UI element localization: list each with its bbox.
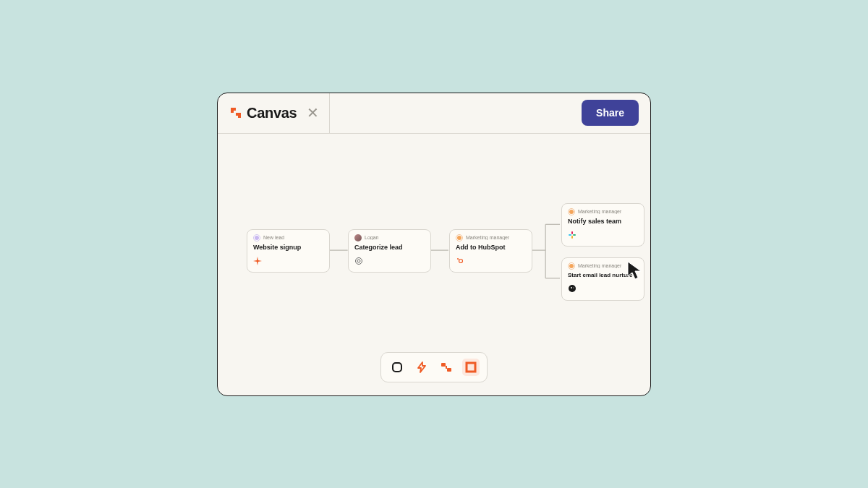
avatar-icon [253, 234, 260, 241]
zapier-icon [253, 257, 262, 265]
svg-rect-12 [393, 363, 401, 372]
tool-bolt[interactable] [413, 359, 430, 376]
hubspot-icon [456, 257, 464, 265]
svg-rect-16 [467, 363, 475, 372]
app-window: Canvas ✕ Share New lead Website signup [217, 93, 651, 396]
node-title: Add to HubSpot [456, 244, 526, 251]
node-role: Marketing manager [578, 209, 621, 214]
app-name: Canvas [247, 105, 297, 121]
tool-flow[interactable] [438, 359, 455, 376]
avatar-icon [568, 262, 575, 270]
close-icon[interactable]: ✕ [307, 106, 319, 120]
node-title: Notify sales team [568, 218, 638, 225]
workflow-node[interactable]: Logan Categorize lead [348, 229, 431, 273]
svg-rect-14 [447, 368, 451, 372]
svg-point-10 [571, 287, 572, 288]
mailchimp-icon [568, 284, 576, 293]
svg-rect-6 [569, 234, 571, 236]
openai-icon [354, 257, 363, 265]
node-role: Marketing manager [466, 235, 509, 240]
share-button[interactable]: Share [582, 100, 639, 126]
tool-toolbar [380, 352, 488, 382]
workflow-node[interactable]: Marketing manager Add to HubSpot [449, 229, 532, 273]
node-role: New lead [263, 235, 284, 240]
svg-point-0 [356, 257, 362, 264]
tool-frame[interactable] [462, 359, 480, 376]
workflow-node[interactable]: New lead Website signup [247, 229, 330, 273]
node-role: Marketing manager [578, 263, 621, 268]
svg-rect-7 [571, 236, 573, 239]
svg-rect-8 [573, 234, 576, 236]
divider [329, 93, 330, 133]
slack-icon [568, 231, 576, 239]
svg-point-9 [569, 285, 576, 292]
app-logo: Canvas [229, 105, 297, 121]
node-role: Logan [365, 235, 378, 240]
workflow-node[interactable]: Marketing manager Notify sales team [561, 203, 644, 247]
avatar-icon [354, 234, 362, 241]
titlebar: Canvas ✕ Share [218, 93, 650, 134]
workflow-node[interactable]: Marketing manager Start email lead nurtu… [561, 257, 644, 301]
tool-square[interactable] [388, 359, 406, 376]
node-title: Categorize lead [354, 244, 425, 251]
node-title: Start email lead nurture [568, 272, 638, 278]
avatar-icon [456, 234, 463, 241]
logo-icon [229, 106, 242, 119]
avatar-icon [568, 208, 575, 215]
svg-point-11 [573, 287, 574, 288]
canvas[interactable]: New lead Website signup Logan Categorize… [218, 134, 650, 395]
svg-rect-15 [446, 366, 447, 369]
node-title: Website signup [253, 244, 323, 251]
svg-rect-13 [441, 363, 446, 367]
svg-rect-5 [571, 231, 573, 234]
svg-point-1 [357, 260, 360, 262]
